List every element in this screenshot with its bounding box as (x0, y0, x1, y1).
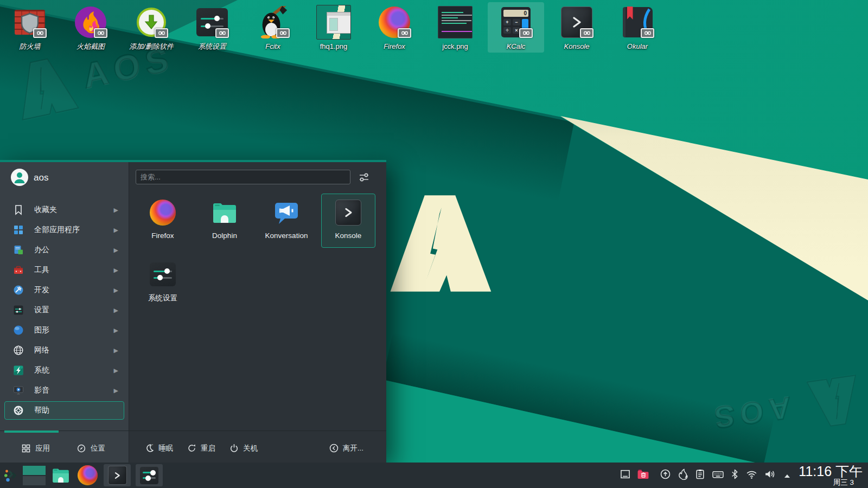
user-avatar[interactable] (11, 169, 28, 186)
image-thumbnail (438, 5, 473, 40)
grid-app-konsole[interactable]: Konsole (321, 194, 375, 248)
grid-app-konversation[interactable]: Konversation (259, 194, 314, 248)
tab-places[interactable]: 位置 (77, 444, 105, 453)
volume-icon[interactable] (764, 468, 776, 482)
aos-logo-outline-watermark (805, 365, 865, 438)
taskbar-panel: 11:16 下午 周三 3 (0, 463, 868, 488)
grid-app-systemsettings[interactable]: 系统设置 (136, 255, 190, 310)
taskbar-systemsettings-task[interactable] (136, 464, 163, 486)
desktop-icon-fcitx[interactable]: Fcitx (245, 2, 301, 53)
sidebar-item-development[interactable]: 开发▶ (4, 281, 124, 299)
shortcut-link-emblem (276, 28, 290, 38)
tab-applications[interactable]: 应用 (22, 444, 50, 453)
taskbar-konsole-task[interactable] (104, 464, 131, 486)
apps-tab-icon (22, 444, 30, 453)
desktop-icon-okular[interactable]: Okular (609, 2, 666, 53)
app-launcher-button[interactable] (3, 465, 18, 486)
graphics-icon (12, 324, 24, 336)
desktop-icon-label: 添加/删除软件 (129, 42, 174, 50)
shortcut-link-emblem (641, 28, 654, 38)
sidebar-item-label: 系统 (34, 365, 114, 375)
desktop-file-fhq1[interactable]: fhq1.png (305, 2, 362, 53)
virtual-desktop-pager[interactable] (23, 465, 46, 486)
tab-label: 位置 (91, 444, 105, 453)
fcitx-flame-icon[interactable] (677, 468, 688, 482)
search-input[interactable] (136, 170, 350, 184)
sidebar-item-label: 全部应用程序 (34, 225, 114, 235)
shortcut-link-emblem (398, 28, 411, 38)
power-label: 重启 (201, 444, 215, 453)
restart-button[interactable]: 重启 (187, 444, 215, 453)
sidebar-item-settings[interactable]: 设置▶ (4, 301, 124, 319)
fcitx-tux-icon (256, 5, 290, 40)
desktop-icon-firewall[interactable]: 防火墙 (2, 2, 58, 53)
dolphin-icon (52, 467, 70, 484)
kcalc-icon: 0 +− ÷× (499, 5, 533, 40)
desktop-icon-konsole[interactable]: Konsole (548, 2, 605, 53)
desktop-icon-add-remove-software[interactable]: 添加/删除软件 (123, 2, 180, 53)
sidebar-item-help[interactable]: 帮助 (4, 401, 124, 420)
konsole-icon (335, 199, 362, 226)
sidebar-item-multimedia[interactable]: 影音▶ (4, 381, 124, 400)
taskbar-firefox[interactable] (76, 465, 99, 485)
configure-icon[interactable] (358, 171, 370, 185)
clipboard-icon[interactable] (694, 468, 706, 482)
desktop-icon-kcalc[interactable]: 0 +− ÷× KCalc (488, 2, 544, 53)
sidebar-item-label: 开发 (34, 285, 114, 295)
chevron-right-icon: ▶ (114, 287, 118, 294)
tab-label: 应用 (35, 444, 50, 453)
desktop-icon-flameshot[interactable]: 火焰截图 (62, 2, 119, 53)
sleep-button[interactable]: zz 睡眠 (145, 444, 173, 453)
chevron-right-icon: ▶ (114, 327, 118, 334)
chevron-right-icon: ▶ (114, 307, 118, 314)
globe-icon (12, 344, 24, 356)
desktop-file-jcck[interactable]: jcck.png (427, 2, 483, 53)
grid-app-label: Dolphin (212, 232, 237, 240)
shutdown-button[interactable]: 关机 (229, 444, 258, 453)
wifi-icon[interactable] (745, 468, 758, 482)
shortcut-link-emblem (94, 28, 107, 38)
clock-time: 11:16 下午 (799, 464, 863, 478)
sleep-icon: zz (145, 444, 154, 453)
desktop-icon-label: 系统设置 (198, 42, 226, 50)
chevron-right-icon: ▶ (114, 267, 118, 274)
sidebar-item-favorites[interactable]: 收藏夹▶ (4, 201, 124, 219)
distro-logo-icon (3, 468, 17, 483)
aos-watermark-bottom: AOS (673, 361, 866, 461)
grid-app-firefox[interactable]: Firefox (136, 194, 190, 248)
grid-app-dolphin[interactable]: Dolphin (197, 194, 252, 248)
expand-tray-caret-icon[interactable] (784, 471, 790, 480)
show-desktop-icon[interactable] (620, 468, 631, 482)
keyboard-icon[interactable] (712, 468, 724, 482)
sidebar-item-label: 设置 (34, 305, 114, 315)
desktop-icon-systemsettings[interactable]: 系统设置 (184, 2, 240, 53)
system-icon (12, 364, 24, 376)
digital-clock[interactable]: 11:16 下午 周三 3 (792, 464, 868, 486)
chevron-right-icon: ▶ (114, 227, 118, 234)
konsole-icon (559, 5, 594, 40)
chevron-right-icon: ▶ (114, 387, 118, 394)
desktop-icon-label: Fcitx (265, 42, 280, 50)
launcher-tabs: 应用 位置 (0, 431, 129, 465)
sidebar-item-utilities[interactable]: 工具▶ (4, 261, 124, 279)
sidebar-item-system[interactable]: 系统▶ (4, 361, 124, 380)
sidebar-item-graphics[interactable]: 图形▶ (4, 321, 124, 339)
taskbar-dolphin[interactable] (50, 467, 71, 484)
system-settings-icon (140, 467, 158, 484)
desktop-icon-label: 火焰截图 (76, 42, 105, 50)
bluetooth-icon[interactable] (730, 468, 739, 482)
sidebar-item-label: 网络 (34, 345, 114, 355)
sidebar-item-all-applications[interactable]: 全部应用程序▶ (4, 221, 124, 239)
sidebar-item-office[interactable]: 办公▶ (4, 241, 124, 259)
trash-icon[interactable] (637, 468, 649, 482)
sidebar-item-internet[interactable]: 网络▶ (4, 341, 124, 359)
chevron-right-icon: ▶ (114, 347, 118, 354)
firewall-icon (12, 5, 47, 40)
leave-button[interactable]: 离开... (329, 444, 363, 453)
updates-icon[interactable] (660, 468, 671, 482)
system-settings-icon (195, 5, 229, 40)
shortcut-link-emblem (215, 28, 229, 38)
desktop-icon-firefox[interactable]: Firefox (366, 2, 423, 53)
sidebar-item-label: 工具 (34, 265, 114, 275)
restart-icon (187, 444, 196, 453)
